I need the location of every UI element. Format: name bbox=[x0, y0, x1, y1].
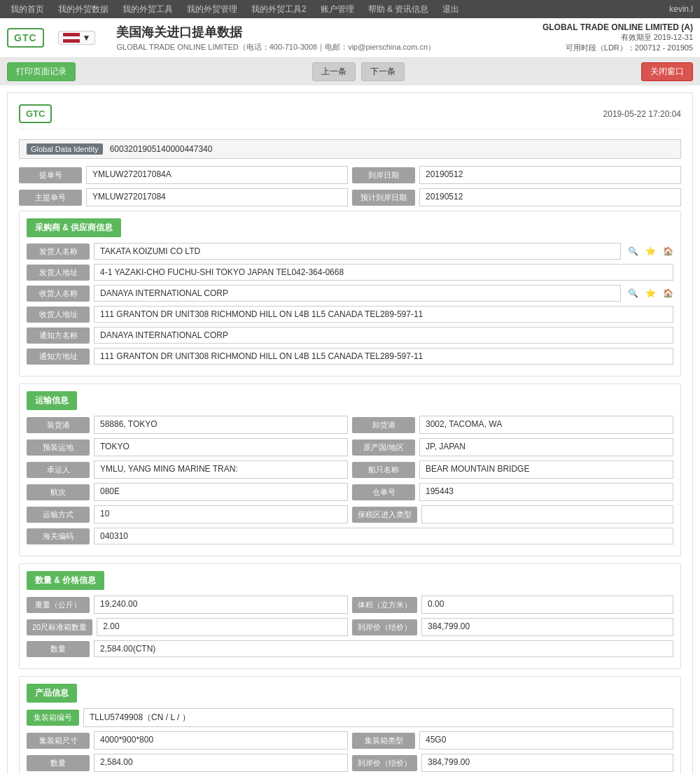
arrival-price2-value: 384,799.00 bbox=[421, 754, 673, 772]
nav-logout[interactable]: 退出 bbox=[439, 3, 463, 15]
flag-dropdown-arrow: ▼ bbox=[83, 33, 91, 43]
home-icon2[interactable]: 🏠 bbox=[663, 288, 673, 298]
carrier-label: 承运人 bbox=[27, 462, 90, 478]
arrival-price2-label: 到岸价（结价） bbox=[352, 755, 417, 771]
weight-value: 19,240.00 bbox=[94, 596, 348, 614]
container-no-pair: 仓单号 195443 bbox=[352, 483, 673, 501]
pre-dest-pair: 预装运地 TOKYO bbox=[27, 438, 348, 456]
container-size-value: 4000*900*800 bbox=[94, 731, 348, 750]
arrive-date-pair: 到岸日期 20190512 bbox=[352, 166, 681, 184]
unloading-port-pair: 卸货港 3002, TACOMA, WA bbox=[352, 416, 673, 434]
carrier-value: YMLU, YANG MING MARINE TRAN: bbox=[94, 460, 348, 479]
search-icon2[interactable]: 🔍 bbox=[628, 288, 638, 298]
product-header: 产品信息 bbox=[27, 684, 77, 703]
bill-no-row: 提单号 YMLUW272017084A 到岸日期 20190512 bbox=[19, 166, 681, 184]
qty-label: 数量 bbox=[27, 641, 90, 657]
weight-pair: 重量（公斤） 19,240.00 bbox=[27, 596, 348, 614]
arrival-price-value: 384,799.00 bbox=[421, 618, 673, 636]
container20-value: 2.00 bbox=[97, 618, 348, 636]
qty2-value: 2,584.00 bbox=[94, 754, 348, 772]
shipper-addr-row: 发货人地址 4-1 YAZAKI-CHO FUCHU-SHI TOKYO JAP… bbox=[27, 264, 673, 281]
arrival-price2-pair: 到岸价（结价） 384,799.00 bbox=[352, 754, 673, 772]
header-logo: GTC bbox=[7, 28, 44, 48]
bill-no-label: 提单号 bbox=[19, 167, 82, 183]
page-title: 美国海关进口提单数据 bbox=[116, 24, 435, 41]
document-container: GTC 2019-05-22 17:20:04 Global Data Iden… bbox=[7, 92, 693, 774]
nav-trade-mgmt[interactable]: 我的外贸管理 bbox=[183, 3, 241, 15]
container-size-label: 集装箱尺寸 bbox=[27, 733, 90, 749]
notify-name-row: 通知方名称 DANAYA INTERNATIONAL CORP bbox=[27, 327, 673, 344]
notify-addr-row: 通知方地址 111 GRANTON DR UNIT308 RICHMOND HI… bbox=[27, 348, 673, 365]
page-subtitle: GLOBAL TRADE ONLINE LIMITED（电话：400-710-3… bbox=[116, 42, 435, 52]
weight-volume-row: 重量（公斤） 19,240.00 体积（立方米） 0.00 bbox=[27, 596, 673, 614]
close-top-button[interactable]: 关闭窗口 bbox=[641, 62, 693, 81]
ldr-info: 可用时段（LDR）：200712 - 201905 bbox=[542, 43, 693, 53]
vessel-pair: 船只名称 BEAR MOUNTAIN BRIDGE bbox=[352, 460, 673, 479]
main-content: GTC 2019-05-22 17:20:04 Global Data Iden… bbox=[0, 85, 700, 774]
consignee-name-row: 收货人名称 DANAYA INTERNATIONAL CORP 🔍 ⭐ 🏠 bbox=[27, 285, 673, 302]
nav-trade-tools[interactable]: 我的外贸工具 bbox=[119, 3, 176, 15]
doc-logo: GTC bbox=[19, 104, 52, 123]
container-no-value: 195443 bbox=[419, 483, 673, 501]
company-name: GLOBAL TRADE ONLINE LIMITED (A) bbox=[542, 22, 693, 32]
top-nav: 我的首页 我的外贸数据 我的外贸工具 我的外贸管理 我的外贸工具2 账户管理 帮… bbox=[0, 0, 700, 18]
nav-home[interactable]: 我的首页 bbox=[7, 3, 48, 15]
vessel-label: 船只名称 bbox=[352, 462, 415, 478]
transport-mode-pair: 运输方式 10 bbox=[27, 505, 348, 523]
shipper-name-label: 发货人名称 bbox=[27, 244, 90, 260]
qty-value: 2,584.00(CTN) bbox=[94, 640, 673, 657]
prev-top-button[interactable]: 上一条 bbox=[312, 62, 356, 81]
container20-pair: 20尺标准箱数量 2.00 bbox=[27, 618, 348, 636]
flag-icon bbox=[63, 33, 80, 43]
flag-selector[interactable]: ▼ bbox=[58, 31, 96, 45]
container-type-value: 45G0 bbox=[419, 731, 673, 750]
nav-trade-tools2[interactable]: 我的外贸工具2 bbox=[248, 3, 310, 15]
global-data-identity-value: 6003201905140000447340 bbox=[110, 144, 213, 154]
ftz-pair: 保税区进入类型 bbox=[352, 505, 673, 523]
nav-help[interactable]: 帮助 & 资讯信息 bbox=[365, 3, 433, 15]
container-type-pair: 集装箱类型 45G0 bbox=[352, 731, 673, 750]
notify-name-label: 通知方名称 bbox=[27, 328, 90, 344]
container-type-label: 集装箱类型 bbox=[352, 733, 415, 749]
home-icon[interactable]: 🏠 bbox=[663, 246, 673, 256]
transport-header: 运输信息 bbox=[27, 391, 77, 410]
container-size-type-row: 集装箱尺寸 4000*900*800 集装箱类型 45G0 bbox=[27, 731, 673, 750]
shipper-addr-value: 4-1 YAZAKI-CHO FUCHU-SHI TOKYO JAPAN TEL… bbox=[94, 264, 673, 281]
header-left: GTC ▼ 美国海关进口提单数据 GLOBAL TRADE ONLINE LIM… bbox=[7, 24, 435, 52]
volume-pair: 体积（立方米） 0.00 bbox=[352, 596, 673, 614]
nav-account[interactable]: 账户管理 bbox=[317, 3, 358, 15]
toolbar-top: 打印页面记录 上一条 下一条 关闭窗口 bbox=[0, 58, 700, 85]
qty2-label: 数量 bbox=[27, 755, 90, 771]
qty-row: 数量 2,584.00(CTN) bbox=[27, 640, 673, 657]
arrive-date-label: 到岸日期 bbox=[352, 167, 415, 183]
nav-items: 我的首页 我的外贸数据 我的外贸工具 我的外贸管理 我的外贸工具2 账户管理 帮… bbox=[7, 3, 463, 15]
star-icon2[interactable]: ⭐ bbox=[645, 288, 656, 298]
transport-mode-value: 10 bbox=[94, 505, 348, 523]
qty-price-header: 数量 & 价格信息 bbox=[27, 571, 104, 590]
transport-section: 运输信息 装货港 58886, TOKYO 卸货港 3002, TACOMA, … bbox=[19, 384, 681, 556]
port-row: 装货港 58886, TOKYO 卸货港 3002, TACOMA, WA bbox=[27, 416, 673, 434]
buyer-supplier-header: 采购商 & 供应商信息 bbox=[27, 218, 121, 237]
consignee-addr-label: 收货人地址 bbox=[27, 307, 90, 323]
star-icon[interactable]: ⭐ bbox=[645, 246, 656, 256]
container-no2-row: 集装箱编号 TLLU5749908（CN / L / ） bbox=[27, 708, 673, 727]
master-bill-pair: 主提单号 YMLUW272017084 bbox=[19, 188, 348, 206]
volume-value: 0.00 bbox=[421, 596, 673, 614]
est-arrive-pair: 预计到岸日期 20190512 bbox=[352, 188, 681, 206]
search-icon[interactable]: 🔍 bbox=[628, 246, 638, 256]
unloading-port-value: 3002, TACOMA, WA bbox=[419, 416, 673, 434]
container20-label: 20尺标准箱数量 bbox=[27, 619, 92, 635]
consignee-addr-row: 收货人地址 111 GRANTON DR UNIT308 RICHMOND HI… bbox=[27, 306, 673, 323]
volume-label: 体积（立方米） bbox=[352, 597, 417, 613]
pre-dest-value: TOKYO bbox=[94, 438, 348, 456]
next-top-button[interactable]: 下一条 bbox=[361, 62, 405, 81]
notify-addr-value: 111 GRANTON DR UNIT308 RICHMOND HILL ON … bbox=[94, 348, 673, 365]
customs-code-label: 海关编码 bbox=[27, 528, 90, 544]
doc-timestamp: 2019-05-22 17:20:04 bbox=[603, 109, 681, 119]
nav-trade-data[interactable]: 我的外贸数据 bbox=[55, 3, 112, 15]
container-no2-label: 集装箱编号 bbox=[27, 710, 79, 726]
customs-code-row: 海关编码 040310 bbox=[27, 528, 673, 544]
print-top-button[interactable]: 打印页面记录 bbox=[7, 62, 76, 81]
arrival-price-pair: 到岸价（结价） 384,799.00 bbox=[352, 618, 673, 636]
dest-origin-row: 预装运地 TOKYO 原产国/地区 JP, JAPAN bbox=[27, 438, 673, 456]
